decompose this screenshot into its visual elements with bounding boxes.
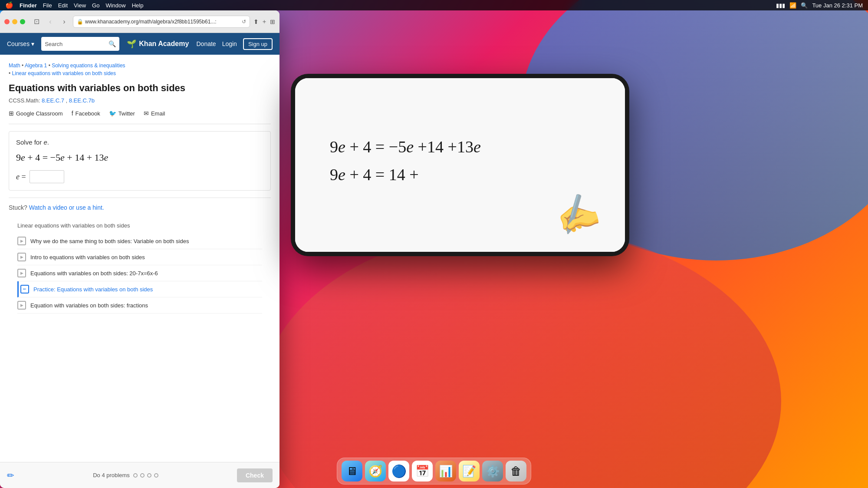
courses-label: Courses	[7, 40, 30, 47]
lesson-item-3[interactable]: ▶ Equations with variables on both sides…	[17, 265, 262, 281]
google-classroom-icon: ⊞	[9, 110, 14, 117]
facebook-icon: f	[72, 110, 73, 117]
minimize-button[interactable]	[12, 19, 17, 24]
back-button[interactable]: ‹	[45, 16, 56, 27]
login-link[interactable]: Login	[222, 40, 237, 47]
problem-area: Solve for e. 9e + 4 = −5e + 14 + 13e e =	[9, 131, 271, 191]
dock-keynote[interactable]: 📊	[435, 461, 456, 481]
tabs-icon[interactable]: ⊞	[270, 18, 275, 25]
donate-link[interactable]: Donate	[196, 40, 216, 47]
check-button[interactable]: Check	[237, 468, 273, 482]
dock-chrome[interactable]: 🔵	[388, 461, 409, 481]
problem-dots	[133, 473, 158, 478]
notes-icon: 📝	[462, 465, 476, 478]
breadcrumb-indent: •	[9, 70, 12, 76]
courses-chevron-icon: ▾	[31, 40, 34, 47]
twitter-label: Twitter	[118, 110, 135, 117]
share-icon[interactable]: ⬆	[253, 18, 259, 25]
new-tab-icon[interactable]: ＋	[261, 18, 267, 26]
sidebar-toggle-icon: ⊡	[34, 17, 39, 26]
search-magnifier-icon: 🔍	[108, 40, 116, 47]
url-text: www.khanacademy.org/math/algebra/x2f8bb1…	[85, 19, 240, 25]
breadcrumb-math[interactable]: Math	[9, 63, 20, 69]
breadcrumb-algebra[interactable]: Algebra 1	[25, 63, 47, 69]
breadcrumb-section[interactable]: Solving equations & inequalities	[52, 63, 125, 69]
dock-finder[interactable]: 🖥	[342, 461, 362, 481]
battery-icon: ▮▮▮	[776, 2, 785, 9]
calendar-icon: 📅	[415, 465, 429, 478]
fullscreen-button[interactable]	[20, 19, 25, 24]
breadcrumb-topic[interactable]: Linear equations with variables on both …	[12, 70, 116, 76]
lesson-link-4[interactable]: Practice: Equations with variables on bo…	[33, 286, 153, 293]
ccss-prefix: CCSS.Math:	[9, 97, 40, 104]
ka-logo: 🌱 Khan Academy	[126, 39, 189, 49]
answer-row: e =	[16, 170, 263, 183]
play-icon-2: ▶	[17, 253, 26, 261]
google-classroom-label: Google Classroom	[16, 110, 63, 117]
address-bar[interactable]: 🔒 www.khanacademy.org/math/algebra/x2f8b…	[73, 16, 250, 28]
pencil-icon[interactable]: ✏	[7, 470, 14, 481]
twitter-button[interactable]: 🐦 Twitter	[109, 110, 135, 117]
facebook-button[interactable]: f Facebook	[72, 110, 100, 117]
dock-settings[interactable]: ⚙️	[482, 461, 503, 481]
menu-bar-clock: Tue Jan 26 2:31 PM	[812, 2, 863, 9]
menu-bar-go[interactable]: Go	[92, 2, 99, 9]
dock-trash[interactable]: 🗑	[506, 461, 526, 481]
dock-notes[interactable]: 📝	[459, 461, 480, 481]
menu-bar-window[interactable]: Window	[105, 2, 125, 9]
courses-button[interactable]: Courses ▾	[7, 40, 34, 47]
dock-calendar[interactable]: 📅	[412, 461, 433, 481]
dock-safari[interactable]: 🧭	[365, 461, 386, 481]
dot-1	[133, 473, 138, 478]
hint-link[interactable]: Watch a video or use a hint.	[29, 204, 104, 211]
problem-instruction: Solve for e.	[16, 138, 263, 146]
search-bar[interactable]: Search 🔍	[41, 37, 119, 51]
sidebar-toggle-button[interactable]: ⊡	[31, 16, 42, 27]
menu-bar-app-name[interactable]: Finder	[20, 2, 37, 9]
email-button[interactable]: ✉ Email	[144, 110, 165, 117]
math-equation-line1: 9e + 4 = −5e +14 +13e	[330, 137, 481, 156]
google-classroom-button[interactable]: ⊞ Google Classroom	[9, 110, 63, 117]
menu-bar-left: 🍎 Finder File Edit View Go Window Help	[5, 1, 143, 9]
phone-video-content: 9e + 4 = −5e +14 +13e 9e + 4 = 14 + ✍️	[295, 78, 625, 252]
menu-bar-edit[interactable]: Edit	[58, 2, 68, 9]
ccss-sep: ,	[66, 97, 69, 104]
play-icon-5: ▶	[17, 301, 26, 310]
search-icon[interactable]: 🔍	[801, 2, 808, 9]
ccss2-link[interactable]: 8.EE.C.7b	[69, 97, 95, 104]
lesson-list-section: Linear equations with variables on both …	[9, 218, 271, 318]
close-button[interactable]	[4, 19, 10, 24]
lesson-item-5[interactable]: ▶ Equation with variables on both sides:…	[17, 297, 262, 313]
browser-window: ⊡ ‹ › 🔒 www.khanacademy.org/math/algebra…	[0, 10, 279, 488]
hint-line: Stuck? Watch a video or use a hint.	[9, 204, 271, 211]
browser-action-icons: ⬆ ＋ ⊞	[253, 18, 275, 26]
variable-name: e	[43, 138, 47, 146]
stuck-label: Stuck?	[9, 204, 27, 211]
menu-bar-help[interactable]: Help	[132, 2, 144, 9]
lesson-item[interactable]: ▶ Why we do the same thing to both sides…	[17, 233, 262, 249]
ccss1-link[interactable]: 8.EE.C.7	[42, 97, 64, 104]
menu-bar-view[interactable]: View	[74, 2, 86, 9]
wifi-icon: 📶	[789, 2, 796, 9]
refresh-icon[interactable]: ↺	[242, 19, 246, 25]
phone-screen: 9e + 4 = −5e +14 +13e 9e + 4 = 14 + ✍️	[295, 78, 625, 252]
lesson-text-1: Why we do the same thing to both sides: …	[30, 238, 189, 244]
lesson-item-4-active[interactable]: ✏ Practice: Equations with variables on …	[17, 281, 262, 297]
signup-button[interactable]: Sign up	[243, 38, 273, 50]
email-label: Email	[151, 110, 165, 117]
answer-input[interactable]	[30, 170, 64, 183]
page-title: Equations with variables on both sides	[9, 82, 271, 94]
apple-logo[interactable]: 🍎	[5, 1, 13, 9]
problem-equation: 9e + 4 = −5e + 14 + 13e	[16, 152, 263, 163]
lesson-text-2: Intro to equations with variables on bot…	[30, 254, 145, 260]
forward-button[interactable]: ›	[59, 16, 69, 27]
breadcrumb-sep1: •	[22, 63, 25, 69]
exercise-bottom-bar: ✏ Do 4 problems Check	[0, 462, 279, 488]
menu-bar: 🍎 Finder File Edit View Go Window Help ▮…	[0, 0, 868, 10]
lesson-item-2[interactable]: ▶ Intro to equations with variables on b…	[17, 249, 262, 265]
lock-icon: 🔒	[77, 19, 83, 25]
phone-mockup: 9e + 4 = −5e +14 +13e 9e + 4 = 14 + ✍️	[291, 74, 629, 256]
menu-bar-file[interactable]: File	[43, 2, 52, 9]
keynote-icon: 📊	[439, 465, 453, 478]
search-placeholder-text: Search	[45, 41, 106, 47]
